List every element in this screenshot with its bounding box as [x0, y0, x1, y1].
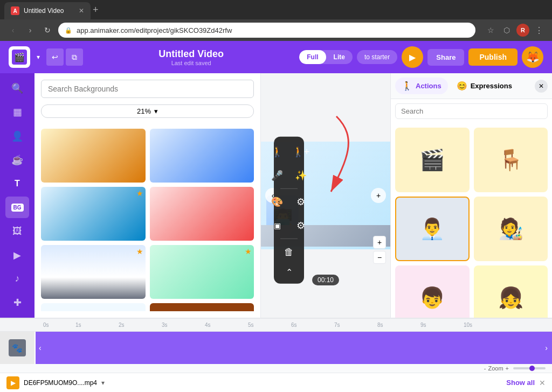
char-thumbnail-selected: 👨‍💼 [396, 198, 468, 260]
mascot-icon: 🦊 [522, 46, 543, 68]
timeline-ruler: 0s 1s 2s 3s 4s 5s 6s 7s 8s 9s 10s [0, 319, 552, 332]
sidebar-item-images[interactable]: 🖼 [5, 220, 29, 242]
mic-action-button[interactable]: 🎤 [266, 165, 288, 186]
bg-thumbnail-4 [150, 187, 254, 241]
zoom-out-button[interactable]: − [373, 251, 386, 264]
browser-tab[interactable]: A Untitled Video ✕ [4, 2, 91, 19]
star-icon[interactable]: ☆ [484, 24, 497, 37]
logo-chevron-icon: ▾ [37, 53, 40, 61]
tab-expressions[interactable]: 😊 Expressions [450, 78, 519, 94]
timeline-track-bar[interactable]: ‹ › [34, 332, 552, 364]
bottom-bar-close-button[interactable]: ✕ [539, 379, 546, 387]
char-item-selected[interactable]: 👨‍💼 [395, 197, 470, 261]
tab-expressions-label: Expressions [471, 82, 512, 90]
crop-action-button[interactable]: ▣ [266, 215, 288, 236]
bg-item-7[interactable]: 📋 [41, 303, 146, 311]
char-item-6[interactable]: 👧 [474, 265, 548, 318]
tick-5s: 5s [248, 322, 254, 328]
characters-grid: 🎬 🪑 👨‍💼 🧑‍🎨 [391, 123, 552, 318]
forward-button[interactable]: › [24, 24, 37, 37]
sidebar-item-templates[interactable]: ▦ [5, 101, 29, 123]
canvas-area: ‹ 👨‍💻 🚶 🚶+ 🎤 ✨ 🎨 [261, 73, 390, 318]
right-panel-close-button[interactable]: ✕ [535, 80, 548, 93]
canvas-next-button[interactable]: + [371, 188, 386, 203]
char-item-4[interactable]: 🧑‍🎨 [474, 197, 548, 261]
download-chevron-icon[interactable]: ▾ [101, 379, 105, 387]
play-button[interactable]: ▶ [402, 46, 423, 68]
bg-thumbnail-6 [150, 245, 254, 299]
tab-close-icon[interactable]: ✕ [79, 7, 84, 15]
sidebar-item-add[interactable]: ✚ [5, 292, 29, 313]
zoom-chevron-icon: ▾ [154, 107, 158, 115]
refresh-button[interactable]: ↻ [41, 24, 54, 37]
show-all-button[interactable]: Show all [506, 379, 535, 387]
sidebar-item-backgrounds[interactable]: BG [5, 197, 29, 218]
color-action-button[interactable]: 🎨 [266, 191, 288, 213]
bg-item-1[interactable] [41, 129, 146, 183]
sidebar-item-search[interactable]: 🔍 [5, 78, 29, 99]
bg-item-6[interactable]: ★ [150, 245, 254, 299]
search-backgrounds-input[interactable] [41, 80, 254, 98]
share-button[interactable]: Share [427, 49, 464, 66]
back-button[interactable]: ‹ [6, 24, 19, 37]
copy-button[interactable]: ⧉ [66, 48, 83, 66]
bg-item-2[interactable] [150, 129, 254, 183]
lite-plan-button[interactable]: Lite [326, 50, 353, 64]
char-item-1[interactable]: 🎬 [395, 128, 470, 192]
tick-4s: 4s [205, 322, 211, 328]
project-title: Untitled Video [89, 48, 293, 60]
char-thumbnail-4: 🧑‍🎨 [474, 197, 548, 261]
timeline-track: 🐾 ‹ › [0, 332, 552, 364]
timeline-nav-right-icon[interactable]: › [545, 344, 548, 352]
expressions-tab-icon: 😊 [457, 81, 467, 91]
gear-action-button[interactable]: ⚙ [290, 215, 312, 236]
plan-toggle: Full Lite [299, 50, 353, 64]
walk-plus-action-button[interactable]: 🚶+ [290, 141, 312, 163]
timeline-nav-left-icon[interactable]: ‹ [39, 344, 42, 352]
zoom-slider[interactable] [513, 367, 546, 369]
tick-3s: 3s [162, 322, 168, 328]
upgrade-button[interactable]: to starter [357, 50, 397, 64]
full-plan-button[interactable]: Full [299, 50, 326, 64]
sidebar-item-props[interactable]: ☕ [5, 149, 29, 171]
context-menu-row-2: 🎤 ✨ [266, 165, 312, 186]
app-logo[interactable]: 🎬 [9, 46, 30, 68]
bg-icon: BG [11, 204, 24, 212]
motion-action-button[interactable]: ✨ [290, 165, 312, 186]
walk-action-button[interactable]: 🚶 [266, 141, 288, 163]
context-menu-row-1: 🚶 🚶+ [266, 141, 312, 163]
context-menu-row-4: ▣ ⚙ [266, 215, 312, 236]
bg-item-4[interactable] [150, 187, 254, 241]
extensions-icon[interactable]: ⬡ [500, 24, 513, 37]
sidebar-item-video[interactable]: ▶ [5, 244, 29, 265]
tab-favicon: A [11, 6, 19, 15]
bg-item-8[interactable] [150, 303, 254, 311]
zoom-in-button[interactable]: + [373, 236, 386, 249]
user-avatar[interactable]: R [516, 24, 529, 37]
sidebar-item-characters[interactable]: 👤 [5, 125, 29, 146]
search-actions-input[interactable] [395, 103, 548, 119]
undo-button[interactable]: ↩ [46, 48, 64, 66]
header-actions-left: ↩ ⧉ [46, 48, 83, 66]
char-thumbnail-2: 🪑 [474, 128, 548, 192]
zoom-control[interactable]: 21% ▾ [41, 104, 254, 118]
new-tab-button[interactable]: + [93, 4, 99, 16]
address-bar[interactable]: 🔒 app.animaker.com/editproject/gikSKCO39… [58, 23, 475, 38]
timeline-track-label: 🐾 [0, 332, 34, 364]
left-sidebar: 🔍 ▦ 👤 ☕ T BG 🖼 ▶ ♪ ✚ [0, 73, 34, 318]
char-item-5[interactable]: 👦 [395, 265, 470, 318]
app-logo-inner: 🎬 [12, 50, 27, 65]
zoom-minus-label: - [484, 365, 486, 372]
context-menu-expand-button[interactable]: ⌃ [286, 265, 293, 279]
publish-button[interactable]: Publish [468, 48, 518, 66]
tab-actions[interactable]: 🚶 Actions [395, 78, 448, 94]
sidebar-item-text[interactable]: T [5, 173, 29, 194]
browser-menu-icon[interactable]: ⋮ [533, 24, 546, 37]
delete-action-button[interactable]: 🗑 [278, 241, 300, 263]
bg-item-5[interactable]: ★ [41, 245, 146, 299]
char-item-2[interactable]: 🪑 [474, 128, 548, 192]
bg-item-3[interactable]: ★ [41, 187, 146, 241]
settings-action-button[interactable]: ⚙ [290, 191, 312, 213]
favorite-star-icon: ★ [136, 189, 143, 198]
sidebar-item-music[interactable]: ♪ [5, 268, 29, 290]
